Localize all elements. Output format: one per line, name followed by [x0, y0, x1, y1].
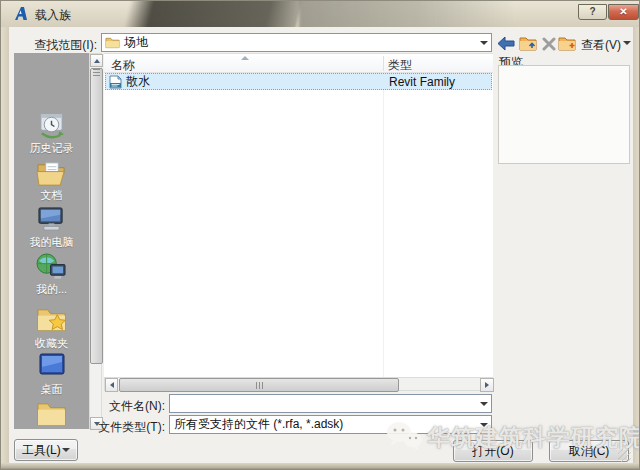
dropdown-arrow-icon[interactable] — [476, 402, 491, 406]
scroll-right-icon[interactable] — [480, 378, 494, 392]
file-list-scrollbar[interactable] — [104, 377, 493, 391]
sidebar-item-label: 历史记录 — [14, 141, 89, 156]
file-row-selected[interactable]: 散水 Revit Family — [105, 73, 492, 90]
tools-button-label: 工具(L) — [22, 442, 61, 459]
back-icon[interactable] — [496, 34, 516, 52]
sidebar-item-label: 我的电脑 — [14, 235, 89, 250]
sidebar-item-label: 文档 — [14, 188, 89, 203]
window-frame-right — [633, 27, 640, 463]
load-family-dialog: 载入族 ? ✕ 查找范围(I): 场地 查看(V) — [0, 0, 640, 470]
file-name-label: 文件名(N): — [99, 398, 165, 415]
window-title: 载入族 — [35, 7, 71, 24]
window-frame-bottom — [1, 463, 640, 470]
scrollbar-thumb[interactable] — [90, 68, 103, 364]
tools-dropdown-arrow-icon — [62, 448, 70, 452]
scroll-left-icon[interactable] — [105, 378, 118, 392]
delete-icon[interactable] — [539, 35, 559, 53]
column-header-name[interactable]: 名称 — [111, 57, 135, 74]
column-header-type[interactable]: 类型 — [388, 57, 412, 74]
dropdown-arrow-icon[interactable] — [476, 41, 491, 45]
close-button[interactable]: ✕ — [608, 4, 639, 20]
file-list: 名称 类型 散水 Revit Family — [104, 53, 493, 391]
network-places-icon — [36, 252, 67, 281]
background-artifact — [299, 1, 514, 27]
up-one-level-icon[interactable] — [518, 34, 538, 52]
watermark-text: 华筑建筑科学研究院 — [427, 422, 640, 453]
file-type-label: 文件类型(T): — [93, 419, 165, 436]
view-menu[interactable]: 查看(V) — [581, 37, 621, 54]
scrollbar-thumb[interactable] — [119, 378, 399, 392]
folder-icon — [36, 400, 67, 429]
revit-app-icon — [13, 6, 29, 22]
watermark: 华筑建筑科学研究院 — [385, 419, 640, 455]
column-separator-line — [383, 73, 384, 378]
favorites-folder-icon — [36, 305, 67, 334]
file-name-input[interactable] — [169, 394, 492, 413]
my-computer-icon — [36, 205, 67, 234]
sidebar-item-label: 收藏夹 — [14, 336, 89, 351]
look-in-dropdown[interactable]: 场地 — [101, 33, 492, 52]
view-dropdown-arrow-icon[interactable] — [623, 41, 631, 45]
list-header: 名称 类型 — [104, 54, 493, 73]
desktop-icon — [39, 353, 65, 375]
look-in-label: 查找范围(I): — [11, 37, 97, 54]
sidebar-item-label: 桌面 — [14, 382, 89, 397]
places-sidebar: 历史记录 文档 我的电脑 — [14, 53, 89, 429]
history-icon — [36, 112, 67, 141]
documents-folder-icon — [36, 159, 67, 188]
background-artifact — [123, 1, 303, 27]
folder-icon — [105, 36, 120, 49]
look-in-value: 场地 — [120, 34, 476, 51]
file-name: 散水 — [126, 73, 150, 90]
preview-box — [498, 65, 630, 164]
rfa-file-icon — [109, 75, 122, 89]
wechat-icon — [385, 419, 423, 455]
window-frame-left — [1, 27, 9, 463]
sidebar-item-label: 我的... — [14, 282, 89, 297]
sort-ascending-icon — [241, 56, 249, 60]
thumb-grip — [91, 69, 102, 76]
new-folder-icon[interactable] — [557, 34, 577, 52]
thumb-grip — [120, 379, 398, 391]
file-type: Revit Family — [389, 75, 455, 89]
sidebar-scrollbar[interactable] — [89, 53, 102, 429]
title-bar[interactable]: 载入族 ? ✕ — [1, 1, 640, 27]
column-divider[interactable] — [383, 56, 384, 71]
scroll-up-icon[interactable] — [90, 54, 103, 67]
tools-button[interactable]: 工具(L) — [14, 439, 78, 461]
help-button[interactable]: ? — [578, 4, 607, 20]
